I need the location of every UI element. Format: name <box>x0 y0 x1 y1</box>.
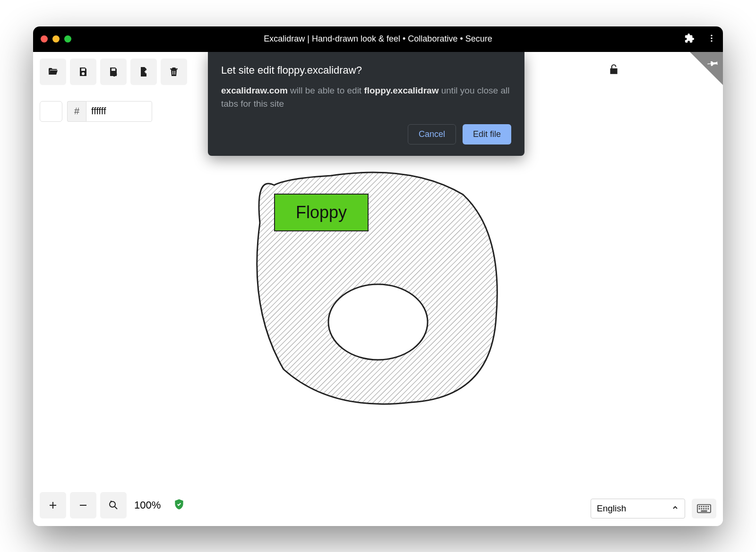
svg-rect-5 <box>80 505 86 506</box>
svg-rect-8 <box>699 506 700 507</box>
svg-point-0 <box>711 34 712 36</box>
save-as-button[interactable] <box>100 59 127 85</box>
permission-dialog: Let site edit floppy.excalidraw? excalid… <box>208 52 524 156</box>
dialog-file: floppy.excalidraw <box>364 85 438 95</box>
extensions-icon[interactable] <box>684 33 695 45</box>
svg-point-1 <box>711 37 712 39</box>
file-toolbar <box>40 59 187 85</box>
floppy-label[interactable]: Floppy <box>274 194 369 231</box>
save-button[interactable] <box>70 59 96 85</box>
browser-window: Excalidraw | Hand-drawn look & feel • Co… <box>33 26 723 526</box>
zoom-reset-button[interactable] <box>100 492 127 518</box>
svg-rect-14 <box>701 508 702 510</box>
hash-label: # <box>67 101 86 122</box>
dialog-title: Let site edit floppy.excalidraw? <box>221 64 511 76</box>
edit-file-button[interactable]: Edit file <box>463 124 511 144</box>
titlebar: Excalidraw | Hand-drawn look & feel • Co… <box>33 26 723 52</box>
zoom-in-button[interactable] <box>40 492 66 518</box>
overflow-menu-icon[interactable] <box>707 34 716 45</box>
app-area: Floppy # <box>33 52 723 526</box>
close-window-button[interactable] <box>41 35 48 42</box>
dialog-site: excalidraw.com <box>221 85 288 95</box>
svg-point-6 <box>110 501 115 507</box>
svg-point-2 <box>711 40 712 42</box>
language-label: English <box>597 503 626 514</box>
keyboard-button[interactable] <box>692 499 716 518</box>
chevron-up-icon <box>671 503 679 514</box>
svg-rect-10 <box>703 506 704 507</box>
color-picker-row: # <box>40 101 152 122</box>
svg-rect-16 <box>705 508 707 510</box>
zoom-controls: 100% <box>40 492 185 518</box>
bottom-right-controls: English <box>591 499 716 518</box>
svg-rect-12 <box>708 506 709 507</box>
page-title: Excalidraw | Hand-drawn look & feel • Co… <box>264 34 492 44</box>
svg-rect-9 <box>701 506 702 507</box>
svg-rect-18 <box>701 510 707 511</box>
titlebar-actions <box>684 33 716 45</box>
dialog-body: excalidraw.com will be able to edit flop… <box>221 84 511 111</box>
shield-icon[interactable] <box>173 498 185 512</box>
language-select[interactable]: English <box>591 499 685 518</box>
zoom-out-button[interactable] <box>70 492 96 518</box>
svg-rect-17 <box>708 508 709 510</box>
maximize-window-button[interactable] <box>64 35 71 42</box>
svg-rect-11 <box>705 506 707 507</box>
window-controls <box>41 35 71 42</box>
dialog-actions: Cancel Edit file <box>221 124 511 144</box>
hex-input[interactable] <box>86 101 152 122</box>
minimize-window-button[interactable] <box>52 35 60 42</box>
open-button[interactable] <box>40 59 66 85</box>
zoom-level: 100% <box>130 499 164 511</box>
delete-button[interactable] <box>161 59 187 85</box>
svg-rect-15 <box>703 508 704 510</box>
cancel-button[interactable]: Cancel <box>408 124 456 144</box>
lock-icon[interactable] <box>608 63 620 77</box>
dialog-text-middle: will be able to edit <box>288 85 364 95</box>
color-swatch[interactable] <box>40 101 62 122</box>
svg-point-4 <box>328 284 428 360</box>
svg-rect-13 <box>699 508 700 510</box>
export-button[interactable] <box>130 59 157 85</box>
